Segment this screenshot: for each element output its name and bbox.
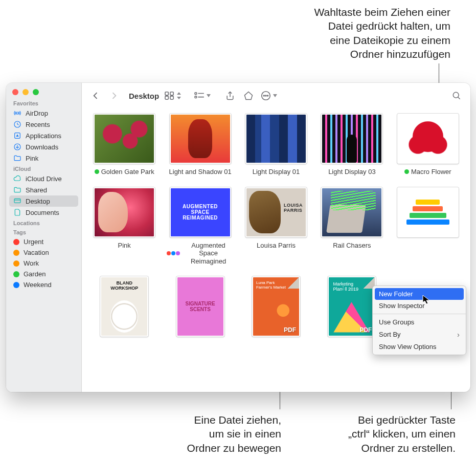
sidebar-item-label: Desktop bbox=[26, 198, 73, 205]
file-item[interactable]: Light and Shadow 01 bbox=[167, 114, 233, 176]
file-thumbnail bbox=[94, 187, 155, 237]
svg-line-23 bbox=[458, 97, 460, 99]
sidebar-item-recents[interactable]: Recents bbox=[6, 119, 81, 130]
window-controls bbox=[6, 83, 81, 98]
sidebar-header: Tags bbox=[6, 227, 81, 236]
chevron-right-icon: › bbox=[457, 330, 460, 339]
file-thumbnail bbox=[94, 114, 155, 164]
sidebar-item-weekend[interactable]: Weekend bbox=[6, 279, 81, 290]
sidebar-item-label: iCloud Drive bbox=[26, 175, 76, 183]
sidebar-item-label: Weekend bbox=[24, 281, 76, 289]
sidebar-item-work[interactable]: Work bbox=[6, 258, 81, 269]
callout-bottom-left: Eine Datei ziehen, um sie in einen Ordne… bbox=[153, 413, 281, 455]
sidebar-header: iCloud bbox=[6, 164, 81, 173]
svg-rect-6 bbox=[165, 92, 168, 95]
tags-button[interactable] bbox=[242, 90, 255, 102]
svg-point-22 bbox=[453, 92, 459, 98]
file-thumbnail bbox=[170, 114, 231, 164]
svg-point-19 bbox=[265, 95, 266, 96]
view-switcher[interactable] bbox=[164, 91, 182, 100]
file-item[interactable]: Pink bbox=[91, 187, 157, 266]
close-button[interactable] bbox=[12, 89, 18, 95]
toolbar: Desktop bbox=[82, 83, 470, 108]
callout-bottom-right: Bei gedrückter Taste „ctrl“ klicken, um … bbox=[292, 413, 456, 455]
sidebar-item-label: Pink bbox=[26, 155, 76, 162]
context-menu-item-show-inspector[interactable]: Show Inspector bbox=[373, 300, 466, 312]
context-menu-item-sort-by[interactable]: Sort By› bbox=[373, 328, 466, 341]
file-thumbnail bbox=[397, 114, 459, 164]
minimize-button[interactable] bbox=[22, 89, 29, 95]
apps-icon bbox=[13, 132, 21, 140]
sidebar-item-icloud-drive[interactable]: iCloud Drive bbox=[6, 173, 81, 184]
file-item[interactable]: AUGMENTED SPACE REIMAGINEDAugmented Spac… bbox=[167, 187, 233, 266]
sidebar-item-airdrop[interactable]: AirDrop bbox=[6, 107, 81, 119]
sidebar-item-downloads[interactable]: Downloads bbox=[6, 141, 81, 152]
svg-point-0 bbox=[16, 112, 18, 114]
window-title: Desktop bbox=[129, 92, 159, 100]
airdrop-icon bbox=[13, 109, 21, 117]
clock-icon bbox=[13, 120, 21, 128]
callout-top: Wahltaste beim Ziehen einer Datei gedrüc… bbox=[314, 5, 450, 61]
sidebar-item-label: Urgent bbox=[24, 238, 76, 246]
forward-button[interactable] bbox=[107, 90, 121, 102]
file-item[interactable]: Macro Flower bbox=[395, 114, 461, 176]
sidebar-item-desktop[interactable]: Desktop bbox=[9, 195, 78, 207]
more-menu[interactable] bbox=[260, 90, 278, 101]
finder-window: FavoritesAirDropRecentsApplicationsDownl… bbox=[6, 83, 470, 392]
file-thumbnail bbox=[321, 187, 382, 237]
search-button[interactable] bbox=[450, 90, 463, 102]
sidebar-item-label: Garden bbox=[24, 270, 76, 278]
doc-icon bbox=[13, 208, 21, 216]
file-thumbnail bbox=[328, 276, 376, 337]
sidebar-item-shared[interactable]: Shared bbox=[6, 184, 81, 195]
file-label: Macro Flower bbox=[404, 168, 451, 176]
file-thumbnail bbox=[100, 276, 148, 337]
file-thumbnail bbox=[245, 187, 307, 237]
file-label: Golden Gate Park bbox=[95, 168, 154, 176]
file-item[interactable]: Light Display 01 bbox=[243, 114, 309, 176]
file-label: Light Display 03 bbox=[328, 168, 376, 176]
file-item[interactable] bbox=[91, 276, 157, 341]
sidebar-item-label: Recents bbox=[26, 121, 76, 128]
share-button[interactable] bbox=[223, 90, 237, 102]
sidebar-item-label: Downloads bbox=[26, 143, 76, 151]
file-item[interactable]: Golden Gate Park bbox=[91, 114, 157, 176]
sidebar-item-pink[interactable]: Pink bbox=[6, 152, 81, 164]
group-menu[interactable] bbox=[194, 92, 211, 100]
file-item[interactable]: Luna Park Farmer's Market bbox=[243, 276, 309, 341]
sidebar-header: Locations bbox=[6, 218, 81, 227]
file-item[interactable]: SIGNATURE SCENTS bbox=[167, 276, 233, 341]
sidebar-item-urgent[interactable]: Urgent bbox=[6, 236, 81, 247]
sidebar-item-documents[interactable]: Documents bbox=[6, 207, 81, 218]
zoom-button[interactable] bbox=[33, 89, 39, 95]
desktop-icon bbox=[13, 197, 21, 205]
sidebar-item-label: Vacation bbox=[24, 249, 76, 256]
file-item[interactable]: Light Display 03 bbox=[319, 114, 385, 176]
file-thumbnail bbox=[245, 114, 307, 164]
context-menu-item-use-groups[interactable]: Use Groups bbox=[373, 316, 466, 328]
main-area: Desktop bbox=[82, 83, 470, 392]
tag-dot-icon bbox=[95, 169, 99, 174]
file-item[interactable] bbox=[395, 187, 461, 266]
tag-dot-icon bbox=[13, 239, 19, 245]
sidebar-item-vacation[interactable]: Vacation bbox=[6, 247, 81, 258]
sidebar: FavoritesAirDropRecentsApplicationsDownl… bbox=[6, 83, 82, 392]
svg-rect-14 bbox=[195, 96, 197, 98]
sidebar-item-label: Documents bbox=[26, 209, 76, 216]
sidebar-item-label: Work bbox=[24, 259, 76, 267]
back-button[interactable] bbox=[89, 90, 102, 102]
context-menu-label: Use Groups bbox=[379, 318, 414, 326]
tag-dot-icon bbox=[404, 169, 409, 174]
svg-rect-7 bbox=[170, 92, 173, 95]
svg-point-18 bbox=[264, 95, 265, 96]
file-label: Louisa Parris bbox=[257, 242, 296, 250]
file-item[interactable]: Rail Chasers bbox=[319, 187, 385, 266]
file-thumbnail bbox=[321, 114, 382, 164]
context-menu-item-new-folder[interactable]: New Folder bbox=[375, 288, 464, 300]
file-item[interactable]: Louisa Parris bbox=[243, 187, 309, 266]
svg-marker-16 bbox=[207, 94, 211, 97]
sidebar-item-applications[interactable]: Applications bbox=[6, 130, 81, 141]
file-label: Pink bbox=[118, 242, 131, 250]
context-menu-item-show-view-options[interactable]: Show View Options bbox=[373, 341, 466, 353]
sidebar-item-garden[interactable]: Garden bbox=[6, 269, 81, 279]
